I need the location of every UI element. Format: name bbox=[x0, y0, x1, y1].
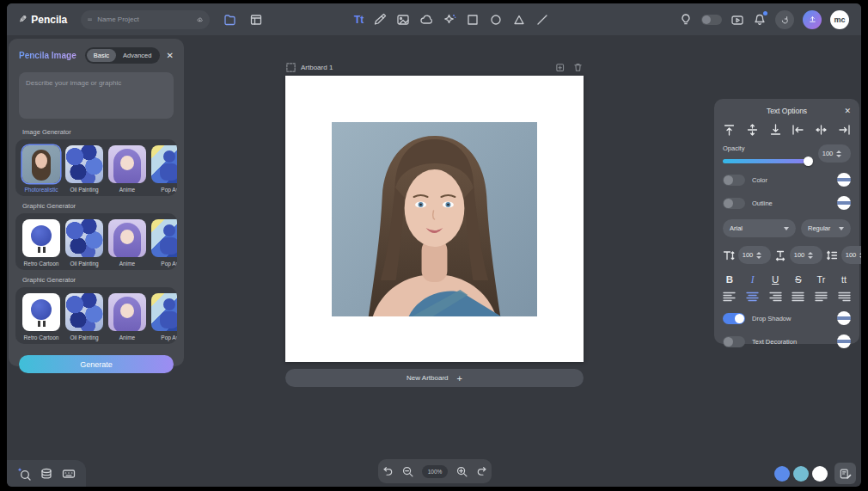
prompt-textarea[interactable] bbox=[19, 72, 174, 119]
share-button[interactable] bbox=[775, 10, 794, 29]
generated-portrait-image[interactable] bbox=[332, 122, 537, 316]
uppercase-button[interactable]: Tr bbox=[814, 274, 828, 285]
project-name-input[interactable] bbox=[97, 15, 192, 23]
drop-shadow-swatch[interactable] bbox=[837, 311, 851, 325]
halign-left-icon[interactable] bbox=[792, 124, 804, 136]
valign-top-icon[interactable] bbox=[723, 124, 736, 136]
ai-magic-tool[interactable] bbox=[443, 13, 456, 27]
color-dot-white[interactable] bbox=[812, 466, 828, 482]
style-thumb-oil-painting[interactable]: Oil Painting bbox=[65, 145, 103, 193]
letter-spacing-input[interactable] bbox=[792, 251, 807, 259]
folder-icon[interactable] bbox=[223, 13, 237, 27]
font-family-select[interactable]: Arial bbox=[723, 219, 796, 237]
opacity-stepper[interactable] bbox=[818, 144, 851, 163]
undo-icon[interactable] bbox=[381, 465, 394, 478]
outline-swatch[interactable] bbox=[837, 196, 851, 210]
font-size-input[interactable] bbox=[740, 251, 755, 259]
style-thumb-anime[interactable]: Anime bbox=[108, 293, 146, 341]
align-center-icon[interactable] bbox=[746, 292, 759, 302]
align-left-icon[interactable] bbox=[723, 292, 736, 302]
color-swatch[interactable] bbox=[837, 173, 851, 187]
keyboard-shortcuts-icon[interactable] bbox=[62, 467, 76, 481]
tab-advanced[interactable]: Advanced bbox=[116, 49, 158, 62]
style-thumb-anime[interactable]: Anime bbox=[108, 219, 146, 267]
style-thumb-oil-painting[interactable]: Oil Painting bbox=[65, 219, 103, 267]
line-tool[interactable] bbox=[535, 13, 549, 27]
stepper-arrows[interactable] bbox=[756, 252, 761, 259]
user-avatar[interactable]: mc bbox=[830, 10, 849, 29]
redo-icon[interactable] bbox=[476, 465, 489, 478]
style-thumb-pop-art[interactable]: Pop Art bbox=[151, 293, 177, 341]
generate-button[interactable]: Generate bbox=[19, 355, 174, 373]
style-thumb-photorealistic[interactable]: Photorealistic bbox=[22, 145, 60, 193]
zoom-level[interactable]: 100% bbox=[422, 465, 449, 478]
line-height-input[interactable] bbox=[843, 251, 859, 259]
text-decoration-swatch[interactable] bbox=[837, 334, 851, 348]
text-tool[interactable]: Tt bbox=[354, 14, 364, 26]
color-dot-blue[interactable] bbox=[774, 466, 790, 482]
justify-left-icon[interactable] bbox=[815, 292, 828, 302]
opacity-slider[interactable] bbox=[723, 159, 811, 163]
artboard[interactable] bbox=[285, 76, 584, 362]
delete-artboard-icon[interactable] bbox=[572, 62, 584, 73]
assets-stack-icon[interactable] bbox=[40, 467, 53, 481]
stepper-arrows[interactable] bbox=[808, 252, 813, 259]
drop-shadow-toggle[interactable] bbox=[723, 313, 745, 324]
new-artboard-button[interactable]: New Artboard + bbox=[285, 369, 584, 387]
pen-tool[interactable] bbox=[373, 13, 387, 27]
layout-panels-icon[interactable] bbox=[249, 13, 263, 27]
upload-export-button[interactable] bbox=[803, 10, 822, 29]
ellipse-tool[interactable] bbox=[489, 13, 503, 27]
palette-editor-button[interactable] bbox=[834, 463, 856, 484]
image-tool[interactable] bbox=[396, 13, 410, 27]
valign-middle-icon[interactable] bbox=[746, 124, 759, 136]
justify-icon[interactable] bbox=[792, 292, 804, 302]
cloud-upload-tool[interactable] bbox=[419, 13, 433, 27]
halign-right-icon[interactable] bbox=[838, 124, 851, 136]
lowercase-button[interactable]: tt bbox=[837, 274, 851, 285]
notifications-button[interactable] bbox=[753, 13, 767, 27]
color-toggle[interactable] bbox=[723, 175, 745, 186]
cloud-save-icon[interactable] bbox=[197, 14, 203, 26]
bold-button[interactable]: B bbox=[723, 274, 737, 285]
project-name-field[interactable] bbox=[81, 10, 210, 29]
rectangle-tool[interactable] bbox=[466, 13, 480, 27]
ai-search-icon[interactable] bbox=[17, 467, 31, 481]
color-dot-teal[interactable] bbox=[793, 466, 809, 482]
style-thumb-retro-cartoon[interactable]: Retro Cartoon bbox=[22, 293, 60, 341]
italic-button[interactable]: I bbox=[746, 274, 760, 285]
slider-knob[interactable] bbox=[804, 157, 813, 166]
app-logo[interactable]: ✎ Pencila bbox=[19, 14, 67, 26]
valign-bottom-icon[interactable] bbox=[769, 124, 782, 136]
close-icon[interactable]: ✕ bbox=[167, 51, 174, 60]
style-thumb-pop-art[interactable]: Pop Art bbox=[151, 145, 177, 193]
font-size-stepper[interactable] bbox=[738, 246, 771, 264]
line-height-stepper[interactable] bbox=[841, 246, 861, 264]
style-thumb-retro-cartoon[interactable]: Retro Cartoon bbox=[22, 219, 60, 267]
artboard-label[interactable]: Artboard 1 bbox=[301, 64, 333, 71]
triangle-tool[interactable] bbox=[512, 13, 526, 27]
outline-toggle[interactable] bbox=[723, 198, 745, 209]
style-thumb-anime[interactable]: Anime bbox=[108, 145, 146, 193]
style-thumb-oil-painting[interactable]: Oil Painting bbox=[65, 293, 103, 341]
style-thumb-pop-art[interactable]: Pop Art bbox=[151, 219, 177, 267]
zoom-out-icon[interactable] bbox=[401, 465, 414, 478]
tips-toggle[interactable] bbox=[701, 15, 722, 25]
close-icon[interactable]: ✕ bbox=[844, 107, 851, 115]
justify-right-icon[interactable] bbox=[838, 292, 851, 302]
lightbulb-icon[interactable] bbox=[679, 13, 693, 27]
text-decoration-toggle[interactable] bbox=[723, 336, 745, 347]
align-right-icon[interactable] bbox=[769, 292, 782, 302]
halign-center-icon[interactable] bbox=[815, 124, 828, 136]
opacity-input[interactable] bbox=[820, 150, 835, 157]
strikethrough-button[interactable]: S bbox=[792, 274, 805, 285]
duplicate-artboard-icon[interactable] bbox=[554, 62, 565, 73]
stepper-arrows[interactable] bbox=[836, 150, 841, 157]
stepper-arrows[interactable] bbox=[859, 252, 861, 259]
tab-basic[interactable]: Basic bbox=[87, 49, 116, 62]
letter-spacing-stepper[interactable] bbox=[790, 246, 822, 264]
tutorial-video-icon[interactable] bbox=[730, 13, 744, 27]
font-weight-select[interactable]: Regular bbox=[801, 219, 851, 237]
underline-button[interactable]: U bbox=[768, 274, 782, 285]
zoom-in-icon[interactable] bbox=[455, 465, 468, 478]
